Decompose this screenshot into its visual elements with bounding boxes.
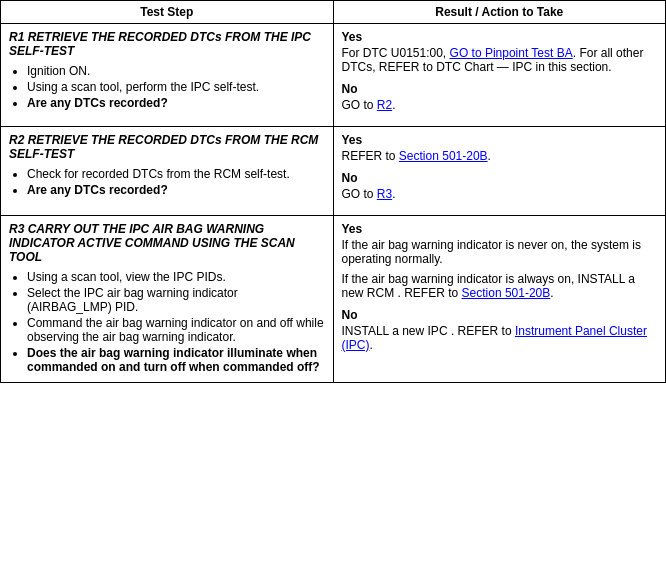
list-item: Using a scan tool, perform the IPC self-… (27, 80, 325, 94)
result-link[interactable]: Instrument Panel Cluster (IPC) (342, 324, 647, 352)
result-link[interactable]: GO to Pinpoint Test BA (450, 46, 573, 60)
list-item: Select the IPC air bag warning indicator… (27, 286, 325, 314)
result-cell-R3: YesIf the air bag warning indicator is n… (333, 216, 666, 383)
result-text-R3-0: If the air bag warning indicator is neve… (342, 238, 658, 266)
result-extra-R3-0: If the air bag warning indicator is alwa… (342, 272, 658, 300)
list-item: Check for recorded DTCs from the RCM sel… (27, 167, 325, 181)
result-link[interactable]: Section 501-20B (462, 286, 551, 300)
list-item: Are any DTCs recorded? (27, 96, 325, 110)
result-block-R3-0: YesIf the air bag warning indicator is n… (342, 222, 658, 300)
step-cell-R2: R2 RETRIEVE THE RECORDED DTCs FROM THE R… (1, 127, 334, 216)
result-block-R2-1: NoGO to R3. (342, 171, 658, 201)
result-link[interactable]: R2 (377, 98, 392, 112)
step-title-R2: R2 RETRIEVE THE RECORDED DTCs FROM THE R… (9, 133, 325, 161)
result-label-R2-1: No (342, 171, 658, 185)
col-header-test-step: Test Step (1, 1, 334, 24)
result-link[interactable]: Section 501-20B (399, 149, 488, 163)
step-title-R3: R3 CARRY OUT THE IPC AIR BAG WARNING IND… (9, 222, 325, 264)
result-cell-R2: YesREFER to Section 501-20B.NoGO to R3. (333, 127, 666, 216)
result-label-R1-0: Yes (342, 30, 658, 44)
step-cell-R1: R1 RETRIEVE THE RECORDED DTCs FROM THE I… (1, 24, 334, 127)
step-cell-R3: R3 CARRY OUT THE IPC AIR BAG WARNING IND… (1, 216, 334, 383)
result-block-R3-1: NoINSTALL a new IPC . REFER to Instrumen… (342, 308, 658, 352)
result-text-R2-1: GO to R3. (342, 187, 658, 201)
list-item: Are any DTCs recorded? (27, 183, 325, 197)
step-list-R3: Using a scan tool, view the IPC PIDs.Sel… (27, 270, 325, 374)
result-label-R3-1: No (342, 308, 658, 322)
result-text-R1-0: For DTC U0151:00, GO to Pinpoint Test BA… (342, 46, 658, 74)
col-header-result: Result / Action to Take (333, 1, 666, 24)
result-block-R1-0: YesFor DTC U0151:00, GO to Pinpoint Test… (342, 30, 658, 74)
result-block-R2-0: YesREFER to Section 501-20B. (342, 133, 658, 163)
list-item: Ignition ON. (27, 64, 325, 78)
result-label-R3-0: Yes (342, 222, 658, 236)
result-block-R1-1: NoGO to R2. (342, 82, 658, 112)
step-title-R1: R1 RETRIEVE THE RECORDED DTCs FROM THE I… (9, 30, 325, 58)
list-item: Command the air bag warning indicator on… (27, 316, 325, 344)
result-label-R1-1: No (342, 82, 658, 96)
diagnostic-table: Test Step Result / Action to Take R1 RET… (0, 0, 666, 383)
list-item: Does the air bag warning indicator illum… (27, 346, 325, 374)
result-cell-R1: YesFor DTC U0151:00, GO to Pinpoint Test… (333, 24, 666, 127)
result-label-R2-0: Yes (342, 133, 658, 147)
result-text-R1-1: GO to R2. (342, 98, 658, 112)
list-item: Using a scan tool, view the IPC PIDs. (27, 270, 325, 284)
result-text-R2-0: REFER to Section 501-20B. (342, 149, 658, 163)
result-link[interactable]: R3 (377, 187, 392, 201)
step-list-R1: Ignition ON.Using a scan tool, perform t… (27, 64, 325, 110)
result-text-R3-1: INSTALL a new IPC . REFER to Instrument … (342, 324, 658, 352)
step-list-R2: Check for recorded DTCs from the RCM sel… (27, 167, 325, 197)
